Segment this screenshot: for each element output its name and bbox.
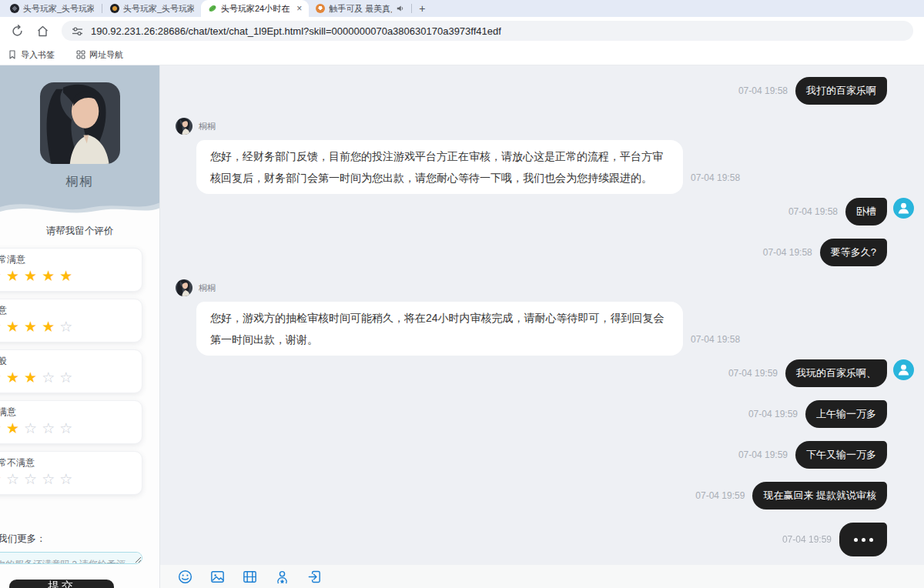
user-message-bubble[interactable]: 上午输一万多 [805,400,887,428]
tab-4-title: 触手可及 最美真人 [329,3,391,15]
agent-mini-avatar [176,279,192,296]
rating-stars[interactable]: ★★★☆☆ [0,369,132,386]
rating-stars[interactable]: ★☆☆☆☆ [0,471,132,488]
user-message-bubble[interactable]: 下午又输一万多 [795,441,887,469]
rating-label: 非常不满意 [0,456,132,469]
user-message-row: 07-04 19:58 卧槽 [160,198,924,226]
rating-card[interactable]: 非常不满意 ★☆☆☆☆ [0,451,142,495]
star-empty-icon[interactable]: ☆ [42,369,59,386]
tab-separator [102,4,102,13]
rating-card[interactable]: 不满意 ★★☆☆☆ [0,400,142,444]
tab-4[interactable]: 触手可及 最美真人 [309,0,410,17]
rating-label: 满意 [0,304,132,317]
agent-message-group: 桐桐 您好，经财务部门反馈，目前您的投注游戏平台方正在审核，请放心这是正常的流程… [160,118,924,194]
user-message-bubble[interactable]: 我打的百家乐啊 [795,77,887,105]
star-filled-icon[interactable]: ★ [0,268,6,284]
bookmark-nav[interactable]: 网址导航 [76,49,123,61]
tab-2[interactable]: 头号玩家_头号玩家游 [103,0,201,17]
tab-1-favicon-icon [10,4,19,13]
agent-sender-name: 桐桐 [199,121,216,132]
agent-message-bubble[interactable]: 您好，游戏方的抽检审核时间可能稍久，将在24小时内审核完成，请耐心等待即可，得到… [196,302,683,356]
browser-window: 头号玩家_头号玩家游 头号玩家_头号玩家游 头号玩家24小时在 × 触手可及 最… [0,0,924,588]
user-message-bubble[interactable]: 我玩的百家乐啊、 [785,359,887,387]
tab-3-title: 头号玩家24小时在 [221,3,290,15]
user-message-row: 07-04 19:58 要等多久? [160,239,924,266]
rating-stars[interactable]: ★★★★☆ [0,319,132,336]
user-message-bubble[interactable]: 卧槽 [845,198,887,226]
tab-separator [411,4,412,13]
tab-audio-icon[interactable] [396,4,404,13]
image-icon[interactable] [209,569,226,585]
message-time: 07-04 19:59 [728,368,778,379]
home-icon[interactable] [36,25,49,38]
star-empty-icon[interactable]: ☆ [59,420,77,436]
site-controls-icon[interactable] [72,25,83,37]
exit-icon[interactable] [306,569,323,585]
rating-card[interactable]: 一般 ★★★☆☆ [0,349,142,393]
star-filled-icon[interactable]: ★ [24,319,42,335]
agent-message-group: 桐桐 您好，游戏方的抽检审核时间可能稍久，将在24小时内审核完成，请耐心等待即可… [160,279,924,356]
submit-button[interactable]: 提交 [9,580,114,588]
user-avatar-icon [893,198,914,219]
star-empty-icon[interactable]: ☆ [42,471,59,487]
user-message-bubble[interactable] [839,523,887,556]
rating-stars[interactable]: ★★★★★ [0,268,132,285]
message-list[interactable]: 07-04 19:58 我打的百家乐啊 桐桐 您好，经财务部门反馈，目前您的投注… [160,65,924,565]
address-field[interactable]: 190.92.231.26:28686/chat/text/chat_1l9Ep… [62,21,913,41]
user-message-row: 07-04 19:59 上午输一万多 [160,400,924,428]
feedback-textarea[interactable] [0,552,142,564]
user-message-row: 07-04 19:59 下午又输一万多 [160,441,924,469]
rating-card[interactable]: 满意 ★★★★☆ [0,299,142,342]
new-tab-button[interactable]: + [413,2,431,15]
star-filled-icon[interactable]: ★ [0,420,6,436]
star-filled-icon[interactable]: ★ [0,471,6,487]
star-filled-icon[interactable]: ★ [6,268,24,284]
leaf-favicon-icon [208,4,217,13]
message-time: 07-04 19:59 [782,534,832,545]
tab-2-title: 头号玩家_头号玩家游 [123,3,194,15]
star-filled-icon[interactable]: ★ [59,268,77,284]
rating-label: 不满意 [0,406,132,419]
agent-avatar [40,82,120,164]
rate-service-icon[interactable] [274,569,290,585]
emoji-icon[interactable] [177,569,193,585]
star-filled-icon[interactable]: ★ [6,369,24,386]
star-filled-icon[interactable]: ★ [6,420,24,436]
reload-icon[interactable] [11,25,24,38]
grid-icon [76,50,85,59]
agent-message-bubble[interactable]: 您好，经财务部门反馈，目前您的投注游戏平台方正在审核，请放心这是正常的流程，平台… [196,140,683,194]
bookmark-nav-label: 网址导航 [89,49,123,61]
star-filled-icon[interactable]: ★ [6,319,24,335]
user-message-bubble[interactable]: 现在赢回来 提款就说审核 [752,482,887,509]
star-empty-icon[interactable]: ☆ [59,369,77,386]
rating-stars[interactable]: ★★☆☆☆ [0,420,132,437]
message-time: 07-04 19:59 [738,449,788,460]
tab-3-active[interactable]: 头号玩家24小时在 × [201,0,309,17]
star-filled-icon[interactable]: ★ [24,369,42,386]
star-empty-icon[interactable]: ☆ [59,319,77,335]
star-empty-icon[interactable]: ☆ [42,420,59,436]
user-message-row: 07-04 19:58 我打的百家乐啊 [160,77,924,105]
tab-1-title: 头号玩家_头号玩家游 [23,3,94,15]
star-empty-icon[interactable]: ☆ [6,471,24,487]
message-time: 07-04 19:59 [748,409,798,419]
bookmark-import[interactable]: 导入书签 [8,49,55,61]
user-message-bubble[interactable]: 要等多久? [820,239,887,266]
star-filled-icon[interactable]: ★ [24,268,42,284]
star-empty-icon[interactable]: ☆ [24,471,42,487]
message-time: 07-04 19:59 [695,490,745,501]
star-empty-icon[interactable]: ☆ [24,420,42,436]
tab-close-icon[interactable]: × [296,3,302,14]
agent-message-header: 桐桐 [176,118,924,135]
user-message-row: 07-04 19:59 我玩的百家乐啊、 [160,359,924,387]
star-filled-icon[interactable]: ★ [0,369,6,386]
rating-card[interactable]: 非常满意 ★★★★★ [0,248,142,292]
agent-sender-name: 桐桐 [199,282,216,294]
star-empty-icon[interactable]: ☆ [59,471,77,487]
tab-1[interactable]: 头号玩家_头号玩家游 [3,0,101,17]
agent-message-header: 桐桐 [176,279,924,296]
star-filled-icon[interactable]: ★ [42,268,59,284]
star-filled-icon[interactable]: ★ [0,319,6,335]
star-filled-icon[interactable]: ★ [42,319,59,335]
video-icon[interactable] [242,569,258,585]
